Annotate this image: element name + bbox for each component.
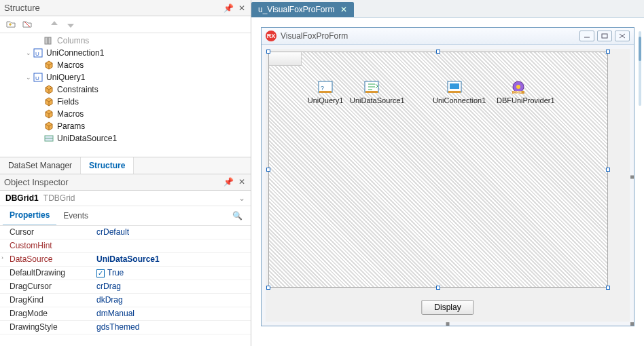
tree-item[interactable]: Columns — [0, 35, 251, 47]
property-grid[interactable]: CursorcrDefaultCustomHint›DataSourceUniD… — [0, 226, 251, 347]
property-row[interactable]: DragModedmManual — [0, 307, 251, 321]
tree-item[interactable]: Fields — [0, 96, 251, 108]
tree-item[interactable]: UniDataSource1 — [0, 132, 251, 145]
inspector-object-selector[interactable]: DBGrid1 TDBGrid ⌄ — [0, 191, 251, 206]
structure-tree[interactable]: Columns⌄UUniConnection1Macros⌄UUniQuery1… — [0, 33, 251, 157]
cube-icon — [43, 60, 54, 71]
property-name: DataSource — [10, 254, 52, 264]
tree-item[interactable]: Macros — [0, 108, 251, 120]
collapse-all-icon[interactable] — [22, 19, 33, 30]
form-titlebar[interactable]: RX VisualFoxProForm — [262, 28, 634, 45]
svg-text:U: U — [35, 51, 39, 57]
pin-icon[interactable]: 📌 — [223, 177, 233, 187]
component-uniquery1[interactable]: ?UniQuery1 — [304, 79, 347, 104]
component-label: UniQuery1 — [304, 96, 347, 104]
dbf-icon: DBF — [510, 79, 526, 95]
svg-rect-14 — [365, 91, 378, 93]
property-name: Cursor — [10, 227, 34, 237]
tab-structure[interactable]: Structure — [81, 157, 134, 174]
property-row[interactable]: DragKinddkDrag — [0, 294, 251, 307]
tree-label: Fields — [57, 97, 79, 107]
chevron-down-icon[interactable]: ⌄ — [238, 193, 245, 203]
property-value[interactable]: UniDataSource1 — [94, 254, 251, 264]
svg-rect-1 — [48, 37, 51, 44]
structure-toolbar — [0, 16, 251, 33]
form-window[interactable]: RX VisualFoxProForm Display ?UniQuery1Un… — [261, 27, 634, 326]
tree-item[interactable]: Constraints — [0, 83, 251, 96]
property-name: DragCursor — [10, 282, 52, 291]
form-caption: VisualFoxProForm — [281, 31, 348, 41]
component-unidatasource1[interactable]: UniDataSource1 — [350, 79, 393, 104]
property-row[interactable]: CursorcrDefault — [0, 226, 251, 239]
selection-handle[interactable] — [606, 168, 610, 172]
svg-rect-0 — [45, 37, 48, 44]
property-value[interactable]: crDrag — [94, 282, 251, 291]
expand-icon — [35, 85, 43, 94]
property-row[interactable]: CustomHint — [0, 239, 251, 253]
ds-icon — [43, 133, 54, 144]
property-value[interactable]: dmManual — [94, 309, 251, 318]
svg-text:?: ? — [321, 85, 324, 92]
search-icon[interactable]: 🔍 — [232, 211, 243, 220]
cube-icon — [43, 96, 54, 107]
resize-handle-corner[interactable] — [630, 322, 634, 326]
scrollbar-thumb[interactable] — [639, 37, 641, 61]
designer-tab[interactable]: u_VisualFoxProForm ✕ — [251, 2, 354, 17]
maximize-button[interactable] — [597, 31, 612, 41]
close-tab-icon[interactable]: ✕ — [340, 5, 347, 14]
checkbox-icon[interactable]: ✓ — [96, 269, 105, 277]
tree-item[interactable]: ⌄UUniQuery1 — [0, 71, 251, 83]
close-icon[interactable]: ✕ — [237, 177, 247, 187]
form-client[interactable]: Display ?UniQuery1UniDataSource1UniConne… — [266, 49, 630, 322]
collapse-icon[interactable]: ⌄ — [24, 49, 33, 57]
app-icon: RX — [266, 31, 276, 41]
selection-handle[interactable] — [606, 286, 610, 290]
tree-label: UniConnection1 — [46, 48, 104, 58]
tree-label: Params — [57, 121, 85, 131]
designer-surface[interactable]: RX VisualFoxProForm Display ?UniQuery1Un… — [251, 18, 644, 336]
svg-text:DBF: DBF — [514, 90, 522, 94]
close-icon[interactable]: ✕ — [237, 3, 247, 13]
expand-icon[interactable]: › — [1, 254, 3, 261]
pin-icon[interactable]: 📌 — [223, 3, 233, 13]
inspector-header: Object Inspector 📌 ✕ — [0, 174, 251, 191]
property-row[interactable]: DragCursorcrDrag — [0, 280, 251, 294]
tree-item[interactable]: Macros — [0, 59, 251, 71]
selection-handle[interactable] — [606, 50, 610, 54]
selection-handle[interactable] — [266, 50, 270, 54]
expand-all-icon[interactable] — [5, 19, 16, 30]
property-value[interactable]: ✓True — [94, 268, 251, 277]
tab-events[interactable]: Events — [56, 207, 95, 225]
tree-item[interactable]: ⌄UUniConnection1 — [0, 47, 251, 59]
minimize-button[interactable] — [579, 31, 594, 41]
svg-rect-9 — [602, 34, 607, 38]
property-row[interactable]: DefaultDrawing✓True — [0, 267, 251, 280]
nav-up-icon[interactable] — [49, 19, 60, 30]
component-dbfuniprovider1[interactable]: DBFDBFUniProvider1 — [497, 79, 540, 104]
tab-dataset-manager[interactable]: DataSet Manager — [0, 157, 81, 174]
selection-handle[interactable] — [436, 50, 440, 54]
nav-down-icon[interactable] — [65, 19, 76, 30]
resize-handle-bottom[interactable] — [446, 322, 450, 326]
property-row[interactable]: DrawingStylegdsThemed — [0, 321, 251, 334]
tab-properties[interactable]: Properties — [3, 206, 56, 225]
structure-tabs: DataSet ManagerStructure — [0, 157, 251, 174]
property-row[interactable]: ›DataSourceUniDataSource1 — [0, 253, 251, 267]
display-button[interactable]: Display — [421, 300, 473, 315]
expand-icon — [35, 134, 43, 142]
close-button[interactable] — [615, 31, 630, 41]
grid-header-cell — [269, 52, 302, 66]
property-value[interactable]: crDefault — [94, 227, 251, 237]
collapse-icon[interactable]: ⌄ — [24, 73, 33, 81]
property-value[interactable]: dkDrag — [94, 295, 251, 305]
resize-handle-right[interactable] — [630, 175, 634, 178]
component-uniconnection1[interactable]: UniConnection1 — [433, 79, 476, 104]
property-value[interactable]: gdsThemed — [94, 322, 251, 332]
tree-item[interactable]: Params — [0, 120, 251, 132]
selection-handle[interactable] — [266, 286, 270, 290]
inspector-tabs: PropertiesEvents🔍 — [0, 206, 251, 226]
structure-title: Structure — [4, 3, 40, 13]
selection-handle[interactable] — [266, 168, 270, 172]
expand-icon — [35, 110, 43, 118]
selection-handle[interactable] — [436, 286, 440, 290]
